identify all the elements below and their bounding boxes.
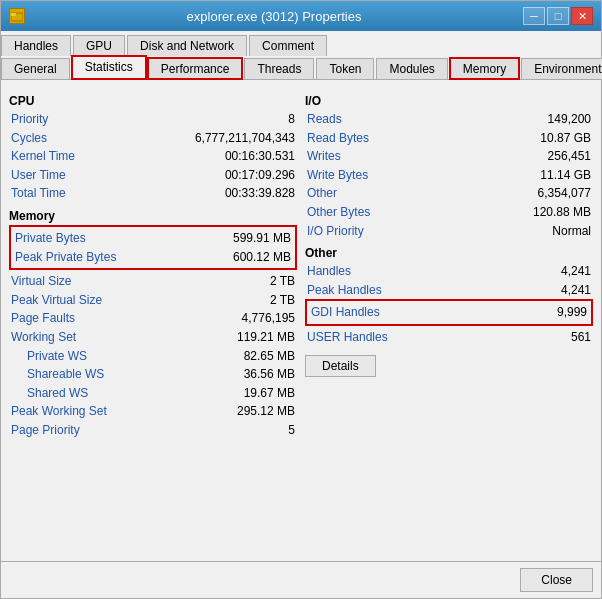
memory-peak-ws-row: Peak Working Set 295.12 MB	[9, 402, 297, 421]
properties-window: explorer.exe (3012) Properties ─ □ ✕ Han…	[0, 0, 602, 599]
cpu-total-value: 00:33:39.828	[225, 184, 295, 203]
other-handles-row: Handles 4,241	[305, 262, 593, 281]
io-other-value: 6,354,077	[538, 184, 591, 203]
gdi-handles-highlight-box: GDI Handles 9,999	[305, 299, 593, 326]
memory-peak-private-label: Peak Private Bytes	[15, 248, 116, 267]
other-handles-value: 4,241	[561, 262, 591, 281]
io-reads-value: 149,200	[548, 110, 591, 129]
cpu-priority-label: Priority	[11, 110, 48, 129]
cpu-priority-row: Priority 8	[9, 110, 297, 129]
io-writes-value: 256,451	[548, 147, 591, 166]
memory-virtual-value: 2 TB	[270, 272, 295, 291]
right-panel: I/O Reads 149,200 Read Bytes 10.87 GB Wr…	[305, 88, 593, 553]
other-peak-handles-label: Peak Handles	[307, 281, 382, 300]
memory-shareable-ws-row: Shareable WS 36.56 MB	[9, 365, 297, 384]
memory-page-faults-label: Page Faults	[11, 309, 75, 328]
tab-token[interactable]: Token	[316, 58, 374, 79]
memory-working-set-row: Working Set 119.21 MB	[9, 328, 297, 347]
tab-environment[interactable]: Environment	[521, 58, 602, 79]
memory-working-set-value: 119.21 MB	[237, 328, 295, 347]
cpu-cycles-label: Cycles	[11, 129, 47, 148]
memory-private-ws-value: 82.65 MB	[244, 347, 295, 366]
tab-handles[interactable]: Handles	[1, 35, 71, 56]
memory-private-value: 599.91 MB	[233, 229, 291, 248]
memory-shareable-ws-value: 36.56 MB	[244, 365, 295, 384]
svg-rect-1	[11, 13, 16, 16]
io-other-row: Other 6,354,077	[305, 184, 593, 203]
memory-header: Memory	[9, 209, 297, 223]
tab-general[interactable]: General	[1, 58, 70, 79]
details-button[interactable]: Details	[305, 355, 376, 377]
cpu-priority-value: 8	[288, 110, 295, 129]
tab-memory[interactable]: Memory	[450, 58, 519, 79]
memory-page-priority-value: 5	[288, 421, 295, 440]
memory-page-priority-label: Page Priority	[11, 421, 80, 440]
cpu-header: CPU	[9, 94, 297, 108]
memory-private-ws-label: Private WS	[11, 347, 87, 366]
io-write-bytes-label: Write Bytes	[307, 166, 368, 185]
cpu-cycles-row: Cycles 6,777,211,704,343	[9, 129, 297, 148]
cpu-total-row: Total Time 00:33:39.828	[9, 184, 297, 203]
window-close-button[interactable]: ✕	[571, 7, 593, 25]
app-icon	[9, 8, 25, 24]
io-other-bytes-row: Other Bytes 120.88 MB	[305, 203, 593, 222]
memory-peak-virtual-value: 2 TB	[270, 291, 295, 310]
memory-highlight-box: Private Bytes 599.91 MB Peak Private Byt…	[9, 225, 297, 270]
content-area: CPU Priority 8 Cycles 6,777,211,704,343 …	[1, 80, 601, 561]
tab-modules[interactable]: Modules	[376, 58, 447, 79]
cpu-user-value: 00:17:09.296	[225, 166, 295, 185]
cpu-cycles-value: 6,777,211,704,343	[195, 129, 295, 148]
io-reads-label: Reads	[307, 110, 342, 129]
memory-page-faults-value: 4,776,195	[242, 309, 295, 328]
io-other-bytes-label: Other Bytes	[307, 203, 370, 222]
title-bar: explorer.exe (3012) Properties ─ □ ✕	[1, 1, 601, 31]
io-read-bytes-row: Read Bytes 10.87 GB	[305, 129, 593, 148]
io-other-label: Other	[307, 184, 337, 203]
io-priority-row: I/O Priority Normal	[305, 222, 593, 241]
memory-shared-ws-value: 19.67 MB	[244, 384, 295, 403]
memory-page-faults-row: Page Faults 4,776,195	[9, 309, 297, 328]
cpu-user-row: User Time 00:17:09.296	[9, 166, 297, 185]
io-read-bytes-value: 10.87 GB	[540, 129, 591, 148]
memory-virtual-label: Virtual Size	[11, 272, 71, 291]
other-handles-label: Handles	[307, 262, 351, 281]
memory-peak-ws-label: Peak Working Set	[11, 402, 107, 421]
memory-page-priority-row: Page Priority 5	[9, 421, 297, 440]
minimize-button[interactable]: ─	[523, 7, 545, 25]
memory-shared-ws-label: Shared WS	[11, 384, 88, 403]
io-reads-row: Reads 149,200	[305, 110, 593, 129]
memory-shared-ws-row: Shared WS 19.67 MB	[9, 384, 297, 403]
io-header: I/O	[305, 94, 593, 108]
close-button[interactable]: Close	[520, 568, 593, 592]
io-read-bytes-label: Read Bytes	[307, 129, 369, 148]
tab-threads[interactable]: Threads	[244, 58, 314, 79]
io-priority-value: Normal	[552, 222, 591, 241]
tab-comment[interactable]: Comment	[249, 35, 327, 56]
window-title: explorer.exe (3012) Properties	[25, 9, 523, 24]
cpu-user-label: User Time	[11, 166, 66, 185]
memory-peak-virtual-row: Peak Virtual Size 2 TB	[9, 291, 297, 310]
tab-gpu[interactable]: GPU	[73, 35, 125, 56]
cpu-total-label: Total Time	[11, 184, 66, 203]
memory-private-row: Private Bytes 599.91 MB	[13, 229, 293, 248]
memory-virtual-row: Virtual Size 2 TB	[9, 272, 297, 291]
tab-performance[interactable]: Performance	[148, 58, 243, 79]
bottom-bar: Close	[1, 561, 601, 598]
io-writes-label: Writes	[307, 147, 341, 166]
other-header: Other	[305, 246, 593, 260]
left-panel: CPU Priority 8 Cycles 6,777,211,704,343 …	[9, 88, 297, 553]
memory-peak-virtual-label: Peak Virtual Size	[11, 291, 102, 310]
cpu-kernel-value: 00:16:30.531	[225, 147, 295, 166]
cpu-kernel-label: Kernel Time	[11, 147, 75, 166]
other-user-handles-value: 561	[571, 328, 591, 347]
io-priority-label: I/O Priority	[307, 222, 364, 241]
maximize-button[interactable]: □	[547, 7, 569, 25]
io-other-bytes-value: 120.88 MB	[533, 203, 591, 222]
tab-row-2: General Statistics Performance Threads T…	[1, 56, 601, 80]
tab-disk-and-network[interactable]: Disk and Network	[127, 35, 247, 56]
window-controls: ─ □ ✕	[523, 7, 593, 25]
other-peak-handles-value: 4,241	[561, 281, 591, 300]
memory-peak-private-row: Peak Private Bytes 600.12 MB	[13, 248, 293, 267]
tab-statistics[interactable]: Statistics	[72, 56, 146, 79]
io-writes-row: Writes 256,451	[305, 147, 593, 166]
